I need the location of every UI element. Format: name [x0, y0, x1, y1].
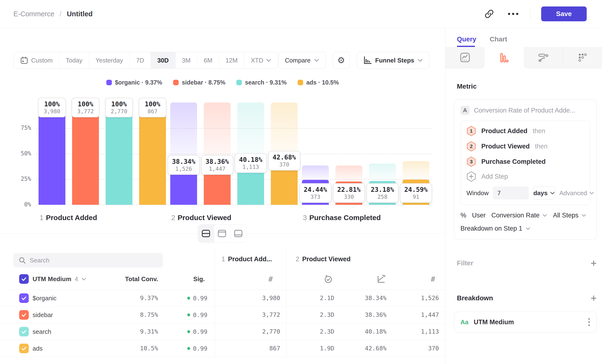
cell-step2_time: 1.9D	[274, 340, 334, 357]
window-unit-select[interactable]: days	[533, 187, 555, 200]
measure-steps-label: All Steps	[553, 212, 579, 219]
cell-total_conv: 9.31%	[98, 323, 158, 340]
table-row-sidebar[interactable]: sidebar0.998.75%3,7722.3D38.36%1,447	[0, 307, 445, 323]
funnel-bar-search-step1[interactable]	[106, 103, 132, 205]
tab-chart[interactable]: Chart	[490, 35, 507, 43]
save-button[interactable]: Save	[541, 6, 587, 21]
range-today[interactable]: Today	[59, 52, 89, 68]
gear-icon: ⚙	[337, 55, 345, 65]
breakdown-item[interactable]: Aa UTM Medium	[454, 311, 597, 333]
range-label: Yesterday	[96, 57, 123, 64]
range-label: 30D	[157, 57, 169, 64]
step-hex-badge: 2	[466, 141, 476, 152]
measure-entity[interactable]: User	[472, 212, 486, 219]
time-to-convert-icon[interactable]	[322, 274, 334, 284]
range-3m[interactable]: 3M	[175, 52, 197, 68]
breakdown-heading: Breakdown	[457, 294, 493, 302]
step-caption-3: 3Purchase Completed	[303, 214, 381, 222]
breakdown-property-name: UTM Medium	[474, 319, 583, 326]
topbar-divider	[530, 7, 531, 20]
funnels-report-tab[interactable]	[485, 47, 524, 68]
cell-step2_count: 370	[379, 340, 439, 357]
tab-query[interactable]: Query	[457, 35, 476, 43]
query-step-3[interactable]: 3Purchase Completed	[466, 154, 584, 169]
query-step-2[interactable]: 2Product Viewedthen	[466, 139, 584, 154]
check-icon	[21, 345, 27, 352]
report-canvas: CustomTodayYesterday7D30D3M6M12MXTD Comp…	[0, 28, 445, 364]
breakdown-on-label: Breakdown on Step 1	[461, 225, 522, 232]
table-search[interactable]	[13, 253, 163, 268]
compare-button[interactable]: Compare	[279, 52, 326, 69]
row-checkbox[interactable]	[19, 293, 29, 303]
range-12m[interactable]: 12M	[219, 52, 245, 68]
table-row-ads[interactable]: ads0.9910.5%8671.9D42.68%370	[0, 340, 445, 357]
flows-report-tab[interactable]	[524, 47, 563, 68]
row-checkbox[interactable]	[19, 310, 29, 320]
query-step-1[interactable]: 1Product Addedthen	[466, 123, 584, 139]
range-7d[interactable]: 7D	[130, 52, 151, 68]
bar-value-label: 23.18%258	[366, 183, 398, 203]
window-value-input[interactable]	[493, 187, 529, 200]
report-type-tabs	[445, 47, 602, 68]
row-checkbox[interactable]	[19, 344, 29, 353]
kebab-menu-icon[interactable]	[588, 317, 590, 327]
layout-chart-bottom-button[interactable]	[230, 225, 246, 242]
range-label: 3M	[182, 57, 191, 64]
insights-icon	[460, 52, 470, 63]
table-row-search[interactable]: search0.999.31%2,7702.3D40.18%1,113	[0, 323, 445, 340]
funnel-bar-ads-step1[interactable]	[139, 103, 166, 205]
cell-step2_time: 2.3D	[274, 307, 334, 323]
more-menu-button[interactable]	[506, 7, 520, 21]
step-name: Purchase Completed	[309, 214, 381, 222]
y-axis-tick: 0%	[7, 201, 31, 208]
chart-type-button[interactable]: Funnel Steps	[357, 52, 429, 69]
range-xtd[interactable]: XTD	[244, 52, 278, 68]
share-link-button[interactable]	[483, 7, 496, 21]
bar-count: 1,447	[205, 166, 229, 172]
significance-value: 0.99	[193, 345, 207, 352]
range-30d[interactable]: 30D	[151, 52, 175, 68]
range-6m[interactable]: 6M	[197, 52, 219, 68]
conversion-rate-icon[interactable]: %	[375, 274, 387, 284]
bar-count: 1,113	[239, 164, 262, 170]
row-checkbox[interactable]	[19, 327, 29, 336]
funnel-bar-sidebar-step1[interactable]	[72, 103, 99, 205]
search-input[interactable]	[30, 257, 154, 264]
row-name: sidebar	[32, 307, 53, 323]
chevron-down-icon	[526, 227, 530, 230]
select-all-checkbox[interactable]	[19, 274, 29, 284]
add-step-button[interactable]: Add Step	[466, 169, 584, 184]
breakdown-on-select[interactable]: Breakdown on Step 1	[461, 225, 590, 232]
cell-step1_count: 3,980	[220, 290, 280, 307]
bar-value-label: 24.59%91	[400, 183, 432, 203]
step-name: Product Added	[46, 214, 97, 222]
step-then-label: then	[535, 143, 548, 150]
layout-chart-top-button[interactable]	[214, 225, 230, 242]
sig-column-header[interactable]: Sig.	[145, 274, 205, 284]
table-row-organic[interactable]: $organic0.999.37%3,9802.1D38.34%1,526	[0, 290, 445, 307]
measure-type[interactable]: %	[461, 212, 466, 219]
range-label: 6M	[204, 57, 212, 64]
measure-steps-select[interactable]: All Steps	[553, 212, 586, 219]
measure-metric-select[interactable]: Conversion Rate	[491, 212, 547, 219]
count-icon[interactable]: #	[265, 274, 277, 284]
chart-settings-button[interactable]: ⚙	[333, 52, 350, 69]
funnel-bar-organic-step1[interactable]	[39, 103, 65, 205]
metric-title-row[interactable]: A Conversion Rate of Product Adde...	[461, 106, 590, 115]
report-title[interactable]: Untitled	[67, 10, 93, 18]
advanced-toggle[interactable]: Advanced	[559, 189, 594, 197]
group-column-header[interactable]: UTM Medium 4	[32, 274, 86, 284]
cell-step2_conv: 40.18%	[327, 323, 387, 340]
range-yesterday[interactable]: Yesterday	[89, 52, 130, 68]
range-custom[interactable]: Custom	[14, 52, 59, 68]
string-property-icon: Aa	[461, 319, 468, 326]
check-icon	[21, 276, 27, 282]
count-icon[interactable]: #	[427, 274, 439, 284]
funnel-steps-list: 1Product Addedthen2Product Viewedthen3Pu…	[466, 123, 584, 169]
retention-report-tab[interactable]	[563, 47, 602, 68]
insights-report-tab[interactable]	[445, 47, 485, 68]
add-filter-button[interactable]: +	[591, 258, 597, 268]
breadcrumb-project[interactable]: E-Commerce	[13, 10, 54, 18]
layout-split-button[interactable]	[198, 225, 214, 242]
add-breakdown-button[interactable]: +	[591, 293, 597, 303]
